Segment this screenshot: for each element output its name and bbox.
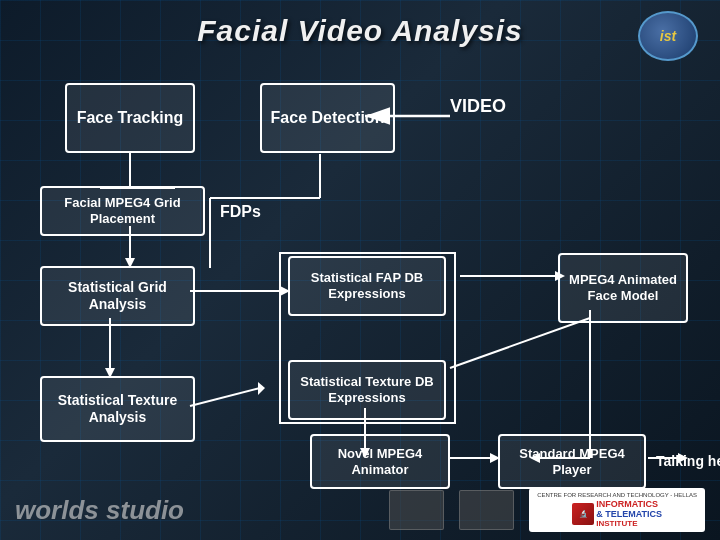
- fdps-label: FDPs: [220, 203, 261, 221]
- logo-area: ist: [628, 8, 708, 63]
- thumbnail-2: [459, 490, 514, 530]
- mpeg4-animated-box: MPEG4 Animated Face Model: [558, 253, 688, 323]
- diagram: Face Tracking Face Detection VIDEO Facia…: [10, 58, 710, 468]
- stat-texture-db-box: Statistical Texture DB Expressions: [288, 360, 446, 420]
- standard-mpeg4-box: Standard MPEG4 Player: [498, 434, 646, 489]
- video-label: VIDEO: [450, 96, 506, 117]
- logo-text: ist: [660, 28, 676, 44]
- ist-logo: ist: [638, 11, 698, 61]
- facial-mpeg4-box: Facial MPEG4 Grid Placement: [40, 186, 205, 236]
- worlds-studio-text: worlds studio: [15, 495, 184, 526]
- face-tracking-box: Face Tracking: [65, 83, 195, 153]
- stat-grid-box: Statistical Grid Analysis: [40, 266, 195, 326]
- institute-logo: CENTRE FOR RESEARCH AND TECHNOLOGY - HEL…: [529, 488, 705, 532]
- svg-line-14: [190, 388, 260, 406]
- thumbnail-1: [389, 490, 444, 530]
- page-title: Facial Video Analysis: [0, 0, 720, 58]
- svg-marker-15: [258, 382, 265, 395]
- stat-texture-box: Statistical Texture Analysis: [40, 376, 195, 442]
- novel-mpeg4-box: Novel MPEG4 Animator: [310, 434, 450, 489]
- stat-fap-box: Statistical FAP DB Expressions: [288, 256, 446, 316]
- bottom-area: worlds studio CENTRE FOR RESEARCH AND TE…: [0, 488, 720, 532]
- talking-head-label: Talking head: [656, 453, 720, 469]
- svg-line-18: [450, 318, 590, 368]
- face-detection-box: Face Detection: [260, 83, 395, 153]
